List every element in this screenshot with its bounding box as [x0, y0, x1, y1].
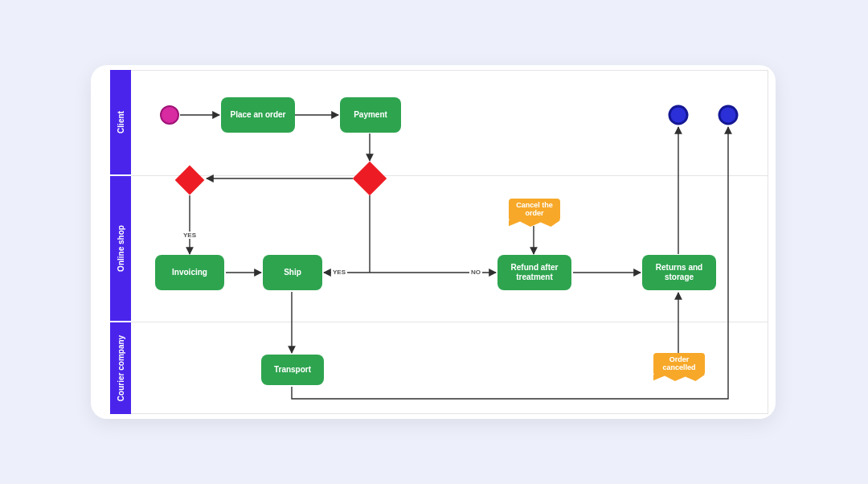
start-event: [161, 106, 178, 124]
lane-header-shop: Online shop: [110, 176, 131, 321]
node-payment: Payment: [340, 97, 401, 133]
annotation-cancel-order: Cancel the order: [509, 199, 560, 221]
node-label: Invoicing: [172, 268, 207, 277]
lane-header-client: Client: [110, 70, 131, 174]
lane-label-client: Client: [117, 111, 125, 133]
gateway-left: [175, 166, 205, 195]
annotation-order-cancelled: Order cancelled: [653, 353, 705, 375]
gateway-right: [353, 162, 387, 195]
node-label: Payment: [354, 110, 387, 120]
lane-header-courier: Courier company: [110, 322, 131, 414]
edge-label-yes: YES: [182, 232, 198, 239]
node-label: Ship: [284, 268, 301, 277]
node-refund: Refund after treatment: [497, 255, 571, 290]
diagram-card: Client Online shop Courier company: [91, 65, 776, 419]
svg-rect-0: [175, 166, 205, 195]
annotation-label: Order cancelled: [657, 356, 702, 372]
node-returns: Returns and storage: [642, 255, 716, 290]
lane-divider: [131, 322, 768, 322]
node-label: Place an order: [231, 110, 286, 120]
lane-divider: [131, 175, 768, 176]
lane-label-shop: Online shop: [117, 225, 125, 272]
node-invoicing: Invoicing: [155, 255, 224, 290]
node-label: Transport: [274, 365, 311, 375]
end-event-2: [719, 106, 737, 124]
end-event-1: [669, 106, 687, 124]
node-transport: Transport: [261, 355, 324, 385]
node-label: Refund after treatment: [502, 263, 567, 282]
node-ship: Ship: [263, 255, 322, 290]
edge-label-no: NO: [469, 269, 482, 276]
svg-rect-1: [353, 162, 387, 195]
edge-label-yes: YES: [331, 269, 347, 276]
lane-divider: [131, 70, 768, 71]
lane-divider: [131, 413, 768, 414]
annotation-label: Cancel the order: [512, 202, 557, 218]
node-label: Returns and storage: [647, 263, 711, 282]
lane-label-courier: Courier company: [117, 335, 125, 401]
lane-right-edge: [768, 70, 768, 414]
node-place-order: Place an order: [221, 97, 295, 133]
